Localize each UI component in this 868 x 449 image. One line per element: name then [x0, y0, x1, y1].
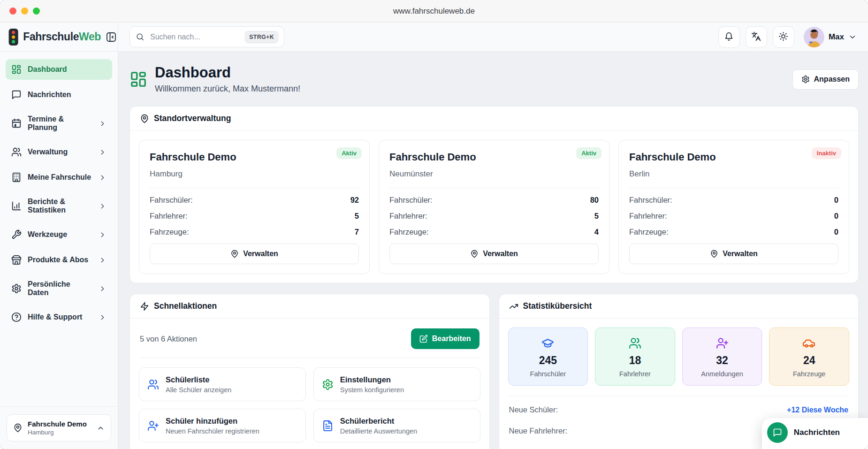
stat-value: 24	[772, 354, 846, 367]
location-name: Fahrschule Demo	[389, 151, 599, 163]
messages-fab[interactable]: Nachrichten	[762, 418, 868, 449]
stat-trend-label: Neue Schüler:	[509, 405, 558, 414]
chevron-right-icon	[99, 120, 107, 128]
manage-button-label: Verwalten	[483, 250, 518, 258]
location-stat-row: Fahrschüler:0	[629, 196, 838, 205]
calendar-icon	[11, 118, 22, 129]
bell-icon	[724, 31, 734, 43]
graduation-cap-icon	[511, 337, 585, 350]
quick-action-einstellungen[interactable]: EinstellungenSystem konfigurieren	[313, 367, 480, 401]
location-stat-row: Fahrzeuge:0	[629, 228, 838, 236]
quick-action-sch-ler-hinzuf-gen[interactable]: Schüler hinzufügenNeuen Fahrschüler regi…	[139, 409, 306, 442]
quick-action-title: Einstellungen	[340, 375, 404, 384]
location-stat-label: Fahrlehrer:	[629, 212, 667, 221]
quick-action-sch-lerbericht[interactable]: SchülerberichtDetaillierte Auswertungen	[313, 409, 480, 442]
location-stat-label: Fahrschüler:	[389, 196, 433, 205]
users-icon	[11, 147, 22, 157]
divider	[150, 188, 359, 188]
sun-button[interactable]	[773, 26, 794, 48]
bell-button[interactable]	[718, 26, 740, 48]
sidebar-item-dashboard[interactable]: Dashboard	[6, 59, 112, 80]
sidebar-item-produkte-abos[interactable]: Produkte & Abos	[6, 250, 112, 270]
sidebar: FahrschuleWeb DashboardNachrichtenTermin…	[0, 23, 118, 449]
content-area: Dashboard Willkommen zurück, Max Musterm…	[118, 52, 868, 449]
search-bar[interactable]: STRG+K	[129, 26, 284, 47]
map-pin-icon	[13, 423, 23, 433]
titlebar: www.fahrschuleweb.de	[0, 0, 868, 23]
chat-bubble-icon	[767, 422, 788, 443]
manage-button[interactable]: Verwalten	[150, 244, 359, 264]
stat-trend-value: +12 Diese Woche	[787, 406, 848, 414]
location-card: InaktivFahrschule DemoBerlinFahrschüler:…	[618, 140, 849, 274]
sidebar-item-label: Verwaltung	[28, 148, 68, 156]
quick-actions-section-title: Schnellaktionen	[154, 301, 217, 311]
manage-button[interactable]: Verwalten	[389, 244, 599, 264]
quick-action-text: SchülerlisteAlle Schüler anzeigen	[166, 375, 231, 394]
help-circle-icon	[11, 312, 22, 322]
user-name: Max	[829, 32, 844, 42]
search-shortcut-badge: STRG+K	[245, 31, 278, 43]
school-selector[interactable]: Fahrschule Demo Hamburg	[7, 414, 111, 441]
location-name: Fahrschule Demo	[629, 151, 838, 163]
sidebar-item-label: Termine & Planung	[28, 115, 92, 132]
minimize-window-button[interactable]	[21, 8, 28, 15]
sidebar-item-termine-planung[interactable]: Termine & Planung	[6, 110, 112, 137]
status-badge: Aktiv	[336, 147, 362, 159]
close-window-button[interactable]	[9, 8, 16, 15]
location-stat-value: 92	[350, 196, 359, 205]
user-menu[interactable]: Max	[804, 27, 857, 47]
location-grid: AktivFahrschule DemoHamburgFahrschüler:9…	[139, 140, 849, 274]
map-pin-gear-icon	[230, 250, 239, 258]
sidebar-item-werkzeuge[interactable]: Werkzeuge	[6, 224, 112, 245]
search-icon	[136, 32, 145, 41]
stat-card-fahrzeuge: 24Fahrzeuge	[769, 327, 849, 386]
location-city: Berlin	[629, 169, 838, 179]
quick-action-sch-lerliste[interactable]: SchülerlisteAlle Schüler anzeigen	[139, 367, 306, 401]
quick-action-text: SchülerberichtDetaillierte Auswertungen	[340, 417, 417, 435]
manage-button[interactable]: Verwalten	[629, 244, 838, 264]
stat-card-grid: 245Fahrschüler18Fahrlehrer32Anmeldungen2…	[508, 327, 850, 386]
sidebar-item-meine-fahrschule[interactable]: Meine Fahrschule	[6, 167, 112, 188]
sidebar-item-hilfe-support[interactable]: Hilfe & Support	[6, 307, 112, 327]
location-stat-row: Fahrlehrer:0	[629, 212, 838, 221]
divider	[389, 188, 599, 188]
search-input[interactable]	[149, 32, 240, 42]
sidebar-item-pers-nliche-daten[interactable]: Persönliche Daten	[6, 275, 112, 302]
sidebar-item-nachrichten[interactable]: Nachrichten	[6, 84, 112, 105]
sidebar-footer: Fahrschule Demo Hamburg	[0, 406, 118, 449]
panel-collapse-icon[interactable]	[105, 30, 118, 44]
brand-name: FahrschuleWeb	[23, 30, 101, 43]
messages-fab-label: Nachrichten	[794, 428, 840, 437]
traffic-light-icon	[8, 28, 19, 46]
sidebar-item-label: Werkzeuge	[28, 230, 67, 239]
quick-action-title: Schüler hinzufügen	[166, 417, 259, 426]
edit-button[interactable]: Bearbeiten	[411, 328, 480, 349]
stat-label: Fahrschüler	[511, 370, 585, 378]
sidebar-item-label: Persönliche Daten	[28, 280, 92, 297]
stat-card-fahrsch-ler: 245Fahrschüler	[508, 327, 588, 386]
location-stat-row: Fahrlehrer:5	[389, 212, 599, 221]
user-plus-icon	[685, 337, 759, 350]
map-pin-gear-icon	[470, 250, 479, 258]
stat-label: Anmeldungen	[685, 370, 759, 378]
sidebar-nav: DashboardNachrichtenTermine & PlanungVer…	[0, 52, 118, 406]
sidebar-brand: FahrschuleWeb	[0, 23, 118, 52]
sun-icon	[778, 31, 788, 43]
bar-chart-icon	[11, 201, 22, 211]
sidebar-item-verwaltung[interactable]: Verwaltung	[6, 142, 112, 162]
sidebar-item-label: Nachrichten	[28, 91, 71, 99]
sidebar-item-berichte-statistiken[interactable]: Berichte & Statistiken	[6, 192, 112, 220]
chevron-right-icon	[99, 202, 107, 210]
chevron-right-icon	[99, 174, 107, 182]
sidebar-item-label: Berichte & Statistiken	[28, 198, 92, 214]
manage-button-label: Verwalten	[723, 250, 758, 258]
quick-action-subtitle: Neuen Fahrschüler registrieren	[166, 427, 259, 435]
location-name: Fahrschule Demo	[150, 151, 359, 163]
translate-button[interactable]	[746, 26, 767, 48]
gear-icon	[11, 283, 22, 294]
customize-button[interactable]: Anpassen	[792, 69, 859, 90]
sidebar-item-label: Meine Fahrschule	[28, 173, 91, 182]
stat-card-fahrlehrer: 18Fahrlehrer	[595, 327, 675, 386]
maximize-window-button[interactable]	[33, 8, 40, 15]
quick-action-title: Schülerbericht	[340, 417, 417, 426]
